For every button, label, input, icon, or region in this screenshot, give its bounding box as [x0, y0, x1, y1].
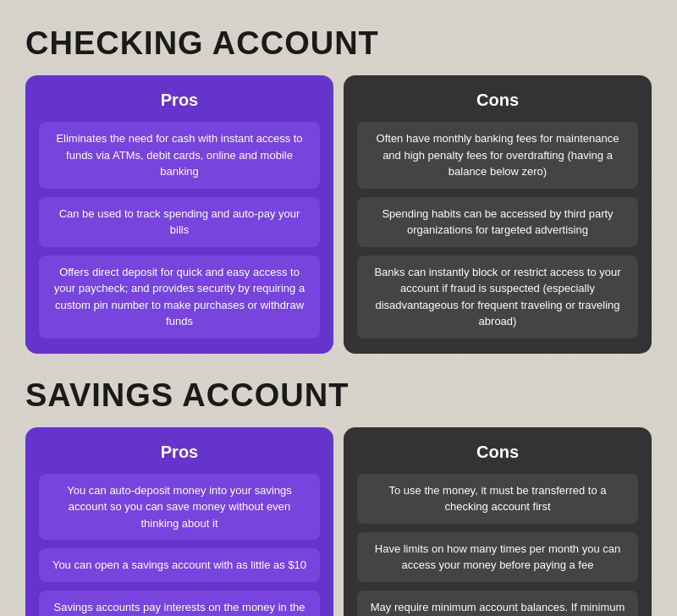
- checking-cards-row: Pros Eliminates the need for cash with i…: [25, 75, 652, 354]
- savings-cons-item-1: To use the money, it must be transferred…: [357, 474, 638, 524]
- savings-cards-row: Pros You can auto-deposit money into you…: [25, 427, 652, 617]
- savings-account-title: SAVINGS ACCOUNT: [25, 377, 652, 414]
- savings-cons-item-3: May require minimum account balances. If…: [357, 591, 638, 617]
- checking-cons-heading: Cons: [357, 91, 638, 110]
- checking-pros-card: Pros Eliminates the need for cash with i…: [25, 75, 333, 354]
- checking-pros-heading: Pros: [39, 91, 320, 110]
- savings-pros-item-1: You can auto-deposit money into your sav…: [39, 474, 320, 541]
- savings-cons-heading: Cons: [357, 443, 638, 462]
- savings-cons-item-2: Have limits on how many times per month …: [357, 532, 638, 582]
- checking-pros-item-1: Eliminates the need for cash with instan…: [39, 122, 320, 189]
- checking-account-title: CHECKING ACCOUNT: [25, 25, 652, 62]
- savings-cons-card: Cons To use the money, it must be transf…: [344, 427, 652, 617]
- checking-pros-item-2: Can be used to track spending and auto-p…: [39, 197, 320, 247]
- savings-pros-item-3: Savings accounts pay interests on the mo…: [39, 591, 320, 617]
- savings-pros-item-2: You can open a savings account with as l…: [39, 548, 320, 582]
- checking-cons-item-1: Often have monthly banking fees for main…: [357, 122, 638, 189]
- checking-cons-item-3: Banks can instantly block or restrict ac…: [357, 256, 638, 338]
- checking-cons-item-2: Spending habits can be accessed by third…: [357, 197, 638, 247]
- checking-cons-card: Cons Often have monthly banking fees for…: [344, 75, 652, 354]
- checking-pros-item-3: Offers direct deposit for quick and easy…: [39, 256, 320, 338]
- savings-pros-heading: Pros: [39, 443, 320, 462]
- savings-pros-card: Pros You can auto-deposit money into you…: [25, 427, 333, 617]
